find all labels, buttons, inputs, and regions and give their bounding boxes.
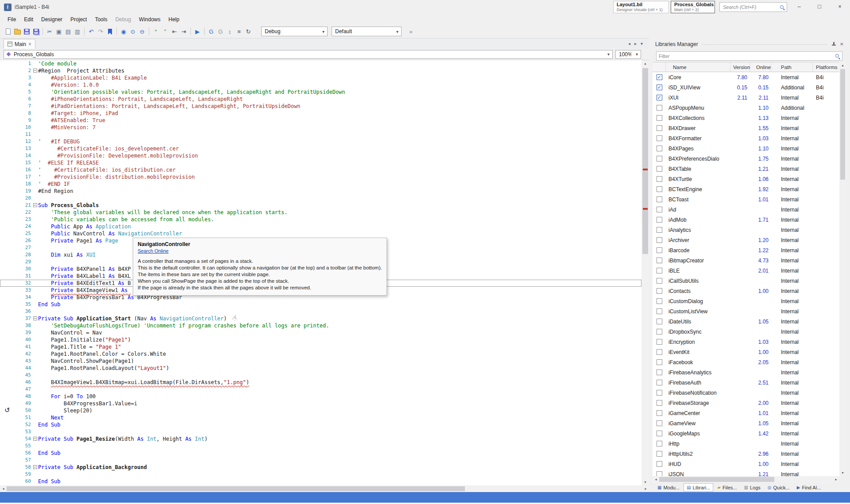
column-header-path[interactable]: Path [771, 62, 813, 72]
menu-file[interactable]: File [4, 16, 20, 23]
code-line-8[interactable]: 8 #Target: iPhone, iPad [0, 110, 641, 117]
maximize-button[interactable]: □ [809, 0, 830, 13]
library-row-B4XCollections[interactable]: B4XCollections1.13Internal [653, 113, 839, 123]
fold-collapse-icon[interactable]: − [33, 437, 37, 441]
code-line-12[interactable]: 12' #If DEBUG [0, 138, 641, 145]
new-file-button[interactable] [4, 27, 12, 36]
search-input[interactable] [723, 4, 780, 10]
code-line-42[interactable]: 42 Page1.RootPanel.Color = Colors.White [0, 350, 641, 358]
library-row-BCTextEngine[interactable]: BCTextEngine1.92Internal [653, 184, 839, 194]
code-line-19[interactable]: 19#End Region [0, 188, 641, 195]
library-row-iFirebaseAnalytics[interactable]: iFirebaseAnalyticsInternal [653, 367, 839, 377]
library-row-iAnalytics[interactable]: iAnalyticsInternal [653, 225, 839, 235]
quick-tab-designer[interactable]: Layout1.bil Designer Visuale (ctrl + 1) [613, 1, 669, 13]
library-checkbox[interactable] [657, 308, 662, 314]
library-checkbox[interactable] [657, 268, 662, 273]
panel-tab-modules[interactable]: ▦Modu... [654, 483, 683, 492]
cut-button[interactable]: ✂ [45, 27, 54, 36]
code-line-3[interactable]: 3 #ApplicationLabel: B4i Example [0, 74, 641, 81]
column-header-version[interactable]: Version [730, 62, 750, 72]
scroll-down-icon[interactable]: ▾ [641, 479, 649, 485]
library-row-iFirebaseStorage[interactable]: iFirebaseStorage2.00Internal [653, 398, 839, 408]
library-row-iBitmapCreator[interactable]: iBitmapCreator4.73Internal [653, 255, 839, 265]
library-checkbox[interactable] [657, 288, 662, 294]
run-button[interactable]: ▶ [193, 27, 202, 36]
library-row-B4XPages[interactable]: B4XPages1.10Internal [653, 143, 839, 154]
libraries-horizontal-scrollbar[interactable]: ◂ ▸ [653, 476, 839, 483]
library-checkbox[interactable] [657, 237, 662, 243]
code-line-36[interactable]: 36 [0, 308, 641, 315]
code-line-50[interactable]: 50 Sleep(20) [0, 407, 641, 414]
library-row-iFirebaseNotification[interactable]: iFirebaseNotificationInternal [653, 388, 839, 398]
library-checkbox[interactable] [657, 247, 662, 253]
sub-navigator-select[interactable]: Process_Globals ▾ [4, 50, 613, 59]
scroll-right-icon[interactable]: ▸ [833, 476, 839, 483]
redo-button[interactable]: ↷ [96, 27, 105, 36]
code-line-7[interactable]: 7 #iPadOrientations: Portrait, Landscape… [0, 103, 641, 110]
library-checkbox[interactable] [657, 146, 662, 151]
library-row-iAd[interactable]: iAdInternal [653, 204, 839, 215]
library-row-B4XFormatter[interactable]: B4XFormatter1.03Internal [653, 133, 839, 143]
library-checkbox[interactable] [657, 339, 662, 345]
library-row-iXUI[interactable]: ✓iXUI2.112.11InternalB4i [653, 92, 839, 103]
code-line-14[interactable]: 14 #ProvisionFile: Developement.mobilepr… [0, 152, 641, 159]
library-checkbox[interactable] [657, 258, 662, 263]
library-row-iBarcode[interactable]: iBarcode1.22Internal [653, 245, 839, 255]
filter-input[interactable] [659, 54, 835, 59]
tab-nav-left-icon[interactable]: ◂ [628, 41, 630, 46]
library-checkbox[interactable]: ✓ [657, 74, 662, 80]
library-row-iCore[interactable]: ✓iCore7.807.80InternalB4i [653, 72, 839, 82]
library-row-iArchiver[interactable]: iArchiver1.20Internal [653, 235, 839, 245]
menu-project[interactable]: Project [66, 16, 91, 23]
sort-subs-button[interactable]: ↕ [225, 27, 234, 36]
tab-nav-right-icon[interactable]: ▸ [634, 41, 637, 46]
close-button[interactable]: × [830, 0, 850, 13]
library-row-iHttp[interactable]: iHttpInternal [653, 439, 839, 449]
code-line-44[interactable]: 44 Page1.RootPanel.LoadLayout("Layout1") [0, 365, 641, 372]
library-checkbox[interactable] [657, 125, 662, 131]
library-checkbox[interactable] [657, 329, 662, 335]
library-row-iBLE[interactable]: iBLE2.01Internal [653, 265, 839, 276]
library-checkbox[interactable] [657, 380, 662, 385]
save-button[interactable] [22, 27, 31, 36]
library-checkbox[interactable] [657, 461, 662, 467]
scrollbar-thumb[interactable] [7, 486, 465, 491]
library-checkbox[interactable] [657, 400, 662, 406]
library-checkbox[interactable] [657, 166, 662, 172]
library-row-iCustomDialog[interactable]: iCustomDialogInternal [653, 296, 839, 306]
library-row-iAdMob[interactable]: iAdMob1.71Internal [653, 215, 839, 225]
build-configuration-select[interactable]: Debug▾ [261, 27, 328, 36]
panel-close-icon[interactable]: × [840, 41, 843, 47]
code-line-46[interactable]: 46 B4XImageView1.B4XBitmap=xui.LoadBitma… [0, 379, 641, 386]
code-line-45[interactable]: 45 [0, 372, 641, 379]
code-line-40[interactable]: 40 Page1.Initialize("Page1") [0, 336, 641, 343]
fold-collapse-icon[interactable]: − [33, 203, 37, 207]
code-line-11[interactable]: 11 [0, 131, 641, 138]
scroll-right-icon[interactable]: ▸ [642, 485, 649, 492]
library-checkbox[interactable] [657, 105, 662, 111]
code-line-16[interactable]: 16' #CertificateFile: ios_distribution.c… [0, 166, 641, 173]
nav-back-button[interactable]: ◉ [119, 27, 128, 36]
library-checkbox[interactable] [657, 410, 662, 416]
code-line-17[interactable]: 17' #ProvisionFile: distribution.mobilep… [0, 173, 641, 181]
code-line-18[interactable]: 18' #END IF [0, 181, 641, 188]
library-row-iCustomListView[interactable]: iCustomListViewInternal [653, 306, 839, 316]
code-line-1[interactable]: 1'Code module [0, 60, 641, 67]
quick-tab-main[interactable]: Process_Globals Main (ctrl + 2) [671, 1, 715, 13]
library-checkbox[interactable] [657, 359, 662, 365]
code-line-10[interactable]: 10 #MinVersion: 7 [0, 124, 641, 131]
library-row-iGameCenter[interactable]: iGameCenter1.01Internal [653, 408, 839, 418]
library-checkbox[interactable] [657, 420, 662, 426]
library-row-iSD_XUIView[interactable]: ✓iSD_XUIView0.150.15AdditionalB4i [653, 82, 839, 92]
library-row-B4XDrawer[interactable]: B4XDrawer1.55Internal [653, 123, 839, 133]
library-row-iFacebook[interactable]: iFacebook2.05Internal [653, 357, 839, 367]
menu-debug[interactable]: Debug [111, 16, 135, 23]
search-online-link[interactable]: Search Online [138, 248, 169, 254]
library-row-iGoogleMaps[interactable]: iGoogleMaps1.42Internal [653, 428, 839, 439]
code-line-54[interactable]: 54−Private Sub Page1_Resize(Width As Int… [0, 435, 641, 442]
library-checkbox[interactable] [657, 207, 662, 212]
code-line-22[interactable]: 22 'These global variables will be decla… [0, 209, 641, 216]
menu-designer[interactable]: Designer [37, 16, 66, 23]
clone-module-button[interactable]: ▥ [73, 27, 82, 36]
library-row-iHUD[interactable]: iHUD1.00Internal [653, 459, 839, 469]
